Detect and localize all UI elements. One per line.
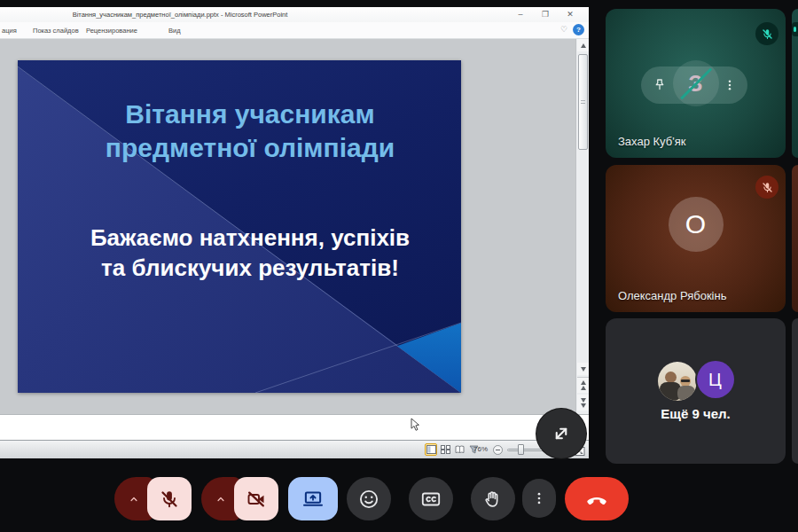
end-call-button[interactable]	[565, 477, 629, 520]
close-icon[interactable]: ✕	[560, 9, 580, 20]
slide-title-line2: предметної олімпіади	[39, 131, 461, 165]
restore-icon[interactable]: ❐	[536, 9, 555, 20]
minimize-icon[interactable]: –	[511, 9, 530, 20]
chevron-up-icon	[215, 493, 227, 505]
more-options-button[interactable]	[522, 479, 556, 518]
ppt-statusbar: 76%	[0, 440, 589, 458]
menu-review[interactable]: Рецензирование	[86, 27, 137, 35]
more-options-icon[interactable]	[723, 78, 737, 92]
present-screen-icon	[301, 488, 325, 511]
raise-hand-button[interactable]	[471, 477, 515, 520]
meeting-controls	[0, 477, 798, 520]
notes-pane[interactable]	[0, 414, 589, 440]
avatar-initial: Ц	[708, 370, 722, 390]
mic-off-icon	[159, 489, 180, 510]
chevron-up-icon	[128, 493, 140, 505]
zoom-level: 76%	[473, 445, 488, 453]
offscreen-tile-sliver	[792, 318, 798, 464]
overflow-avatars: Ц	[658, 361, 734, 402]
expand-presentation-button[interactable]	[536, 409, 586, 458]
slide-title-line1: Вітання учасникам	[39, 98, 461, 131]
captions-icon	[419, 488, 442, 511]
slide-editor-area: Вітання учасникам предметної олімпіади Б…	[0, 39, 589, 414]
present-screen-button[interactable]	[288, 477, 338, 520]
next-slide-icon[interactable]	[577, 395, 589, 411]
slide-canvas[interactable]: Вітання учасникам предметної олімпіади Б…	[18, 60, 461, 393]
more-options-icon	[531, 490, 547, 506]
overflow-participants-tile[interactable]: Ц Ещё 9 чел.	[606, 318, 786, 464]
menu-animation[interactable]: ация	[2, 27, 17, 35]
previous-slide-icon[interactable]	[577, 377, 589, 393]
slide-body-text: Бажаємо натхнення, успіхів та блискучих …	[39, 223, 461, 283]
pin-icon[interactable]	[652, 77, 668, 93]
normal-view-icon[interactable]	[425, 443, 437, 456]
google-meet-window: Вітання_учасникам_предметної_олімпіади.p…	[0, 0, 798, 532]
camera-off-icon	[246, 489, 267, 510]
participant-name: Захар Куб'як	[618, 135, 685, 148]
reactions-button[interactable]	[347, 477, 391, 520]
participant-avatar: З	[673, 60, 719, 106]
mic-control	[114, 477, 192, 520]
more-participants-label: Ещё 9 чел.	[606, 406, 786, 421]
scrollbar-thumb[interactable]	[578, 54, 588, 150]
menu-view[interactable]: Вид	[168, 27, 181, 35]
raise-hand-icon	[481, 488, 505, 511]
offscreen-tile-sliver	[792, 9, 798, 158]
participant-photo-avatar	[658, 362, 697, 401]
slide-title: Вітання учасникам предметної олімпіади	[39, 98, 461, 165]
slide-body-line2: та блискучих результатів!	[39, 253, 461, 283]
expand-arrows-icon	[549, 421, 574, 446]
camera-control	[201, 477, 278, 520]
ribbon-pin-icon[interactable]: ♡	[560, 25, 567, 34]
menu-slideshow[interactable]: Показ слайдов	[33, 27, 79, 35]
mic-mute-button[interactable]	[147, 477, 192, 520]
participant-tile-1[interactable]: З Захар Куб'як	[606, 9, 786, 158]
scroll-down-icon[interactable]	[577, 363, 589, 375]
mouse-cursor	[411, 418, 421, 432]
offscreen-tile-sliver	[792, 165, 798, 312]
end-call-icon	[584, 487, 609, 512]
reading-view-icon[interactable]	[453, 443, 466, 456]
participant-name: Олександр Рябокінь	[618, 289, 726, 302]
smiley-icon	[357, 488, 380, 511]
camera-off-button[interactable]	[234, 477, 278, 520]
mic-muted-icon	[755, 176, 778, 199]
vertical-scrollbar[interactable]	[575, 39, 589, 414]
participant-tile-2[interactable]: О Олександр Рябокінь	[606, 165, 786, 312]
help-icon[interactable]: ?	[573, 24, 584, 35]
participant-letter-avatar: Ц	[697, 361, 734, 398]
view-buttons	[425, 443, 480, 456]
mic-muted-icon	[792, 22, 798, 36]
slide-body-line1: Бажаємо натхнення, успіхів	[39, 223, 461, 253]
captions-button[interactable]	[409, 477, 453, 520]
window-title: Вітання_учасникам_предметної_олімпіади.p…	[73, 11, 288, 19]
scroll-up-icon[interactable]	[577, 39, 589, 51]
ppt-menubar: ация Показ слайдов Рецензирование Вид ♡ …	[0, 22, 589, 39]
zoom-slider-thumb[interactable]	[518, 444, 524, 455]
avatar-initial: О	[685, 209, 706, 239]
screen-share-region[interactable]: Вітання_учасникам_предметної_олімпіади.p…	[0, 7, 589, 458]
ppt-titlebar: Вітання_учасникам_предметної_олімпіади.p…	[0, 7, 589, 22]
participant-avatar: О	[669, 197, 724, 252]
zoom-out-icon[interactable]	[493, 445, 503, 455]
slide-sorter-icon[interactable]	[439, 443, 451, 456]
mic-muted-icon	[755, 22, 778, 45]
